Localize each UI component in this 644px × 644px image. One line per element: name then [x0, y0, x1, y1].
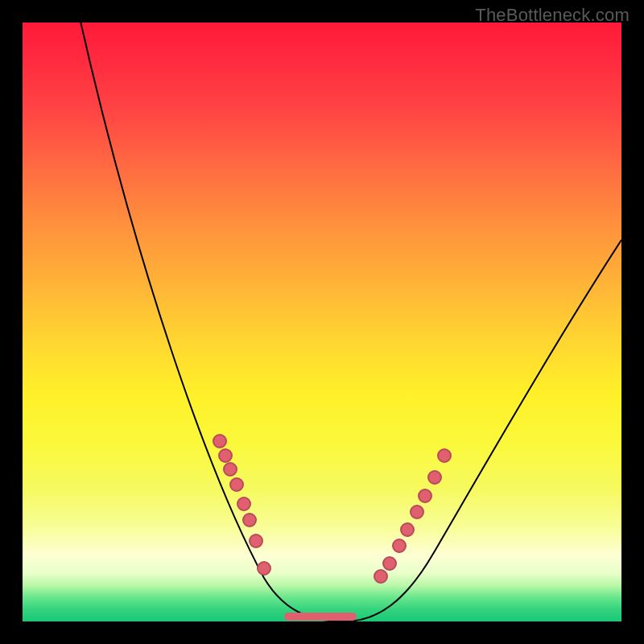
- bottleneck-curve: [79, 14, 621, 621]
- chart-overlay: [23, 23, 621, 621]
- left-cluster: [213, 435, 270, 575]
